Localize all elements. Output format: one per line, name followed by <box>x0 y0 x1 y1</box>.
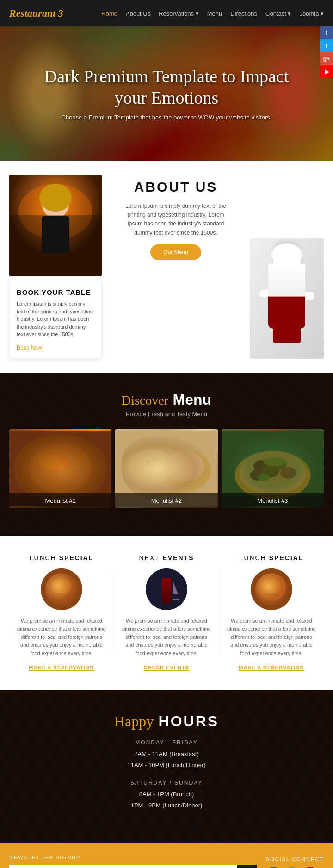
svg-point-26 <box>143 465 146 468</box>
weekday-label: MONDAY - FRIDAY <box>9 739 324 746</box>
menu-item-2[interactable]: Menulist #2 <box>115 429 217 508</box>
menu-title: Menu <box>173 391 211 408</box>
facebook-connect-icon[interactable]: f <box>266 867 281 868</box>
pinterest-connect-icon[interactable]: p <box>303 867 318 868</box>
facebook-sidebar-icon[interactable]: f <box>320 26 333 39</box>
newsletter-right: SOCIAL CONNECT f t p <box>266 856 324 868</box>
about-section: BOOK YOUR TABLE Lorem Ipsum is simply du… <box>0 161 333 373</box>
svg-point-32 <box>261 464 279 477</box>
svg-point-20 <box>124 450 178 495</box>
nav-item-home[interactable]: Home <box>101 9 117 18</box>
svg-point-18 <box>54 458 67 469</box>
svg-rect-4 <box>42 216 69 253</box>
book-table-title: BOOK YOUR TABLE <box>17 288 94 296</box>
about-center-column: ABOUT US Lorem Ipsum is simply dummy tex… <box>111 175 240 359</box>
lunch-icon-svg <box>41 568 82 610</box>
happy-hours-section: Happy HOURS MONDAY - FRIDAY 7AM - 11AM (… <box>0 690 333 843</box>
specials-section: LUNCH SPECIAL We promise an intimate and… <box>0 536 333 690</box>
book-table-card: BOOK YOUR TABLE Lorem Ipsum is simply du… <box>9 281 102 359</box>
menu-section: Discover Menu Provide Fresh and Tasty Me… <box>0 373 333 536</box>
menu-item-3[interactable]: Menulist #3 <box>222 429 324 508</box>
hero-content: Dark Premium Template to Impact your Emo… <box>0 66 333 121</box>
twitter-connect-icon[interactable]: t <box>284 867 299 868</box>
lunch2-icon-svg <box>251 568 292 610</box>
special-2-heading-normal: NEXT <box>139 554 163 562</box>
special-1-heading-normal: LUNCH <box>30 554 59 562</box>
special-2-icon <box>146 568 187 610</box>
svg-point-6 <box>271 243 303 266</box>
happy-hours-content: Happy HOURS MONDAY - FRIDAY 7AM - 11AM (… <box>9 713 324 811</box>
brand-logo[interactable]: Restaurant 3 <box>9 7 63 19</box>
hours-weekend: SATURDAY / SUNDAY 8AM - 1PM (Brunch) 1PM… <box>9 780 324 811</box>
hero-subtitle: Choose a Premium Template that has the p… <box>28 114 305 121</box>
special-2-link[interactable]: CHECK EVENTS <box>144 665 189 671</box>
special-2-heading: NEXT EVENTS <box>121 554 212 562</box>
newsletter-submit-button[interactable]: ✉ <box>237 865 257 868</box>
svg-point-23 <box>164 450 204 481</box>
nav-item-contact[interactable]: Contact ▾ <box>265 9 291 18</box>
menu-header: Discover Menu Provide Fresh and Tasty Me… <box>9 391 324 418</box>
svg-point-15 <box>29 444 92 493</box>
nav-item-joomla[interactable]: Joomla ▾ <box>299 9 324 18</box>
about-right-column <box>250 175 324 359</box>
svg-point-39 <box>51 578 72 594</box>
special-1-link[interactable]: MAKE A RESERVATION <box>29 665 94 671</box>
menu-subtitle: Provide Fresh and Tasty Menu <box>9 411 324 418</box>
svg-rect-7 <box>273 259 301 266</box>
happy-hours-title: Happy HOURS <box>9 713 324 730</box>
svg-point-3 <box>39 184 72 212</box>
nav-item-about[interactable]: About Us <box>126 9 150 18</box>
special-3-link[interactable]: MAKE A RESERVATION <box>239 665 304 671</box>
svg-point-30 <box>253 460 270 472</box>
twitter-sidebar-icon[interactable]: t <box>320 39 333 52</box>
hero-title: Dark Premium Template to Impact your Emo… <box>28 66 305 108</box>
nav-item-menu[interactable]: Menu <box>207 9 222 18</box>
svg-point-25 <box>154 458 157 461</box>
youtube-sidebar-icon[interactable]: ▶ <box>320 65 333 78</box>
weekday-hours-1: 7AM - 11AM (Breakfast) <box>9 749 324 759</box>
social-icons: f t p <box>266 867 324 868</box>
svg-point-14 <box>20 437 100 500</box>
special-3-heading-normal: LUNCH <box>240 554 269 562</box>
special-3-icon <box>251 568 292 610</box>
svg-point-31 <box>272 458 286 469</box>
newsletter-section: NEWSLETTER SIGNUP ✉ SOCIAL CONNECT f t p <box>0 843 333 868</box>
hero-section: Dark Premium Template to Impact your Emo… <box>0 26 333 161</box>
svg-rect-42 <box>164 578 169 601</box>
book-now-link[interactable]: Book Now! <box>17 344 43 351</box>
svg-point-41 <box>146 568 187 610</box>
svg-rect-47 <box>265 593 278 596</box>
weekday-hours-2: 11AM - 10PM (Lunch/Dinner) <box>9 760 324 770</box>
newsletter-left: NEWSLETTER SIGNUP ✉ <box>9 855 257 868</box>
svg-point-21 <box>162 450 211 491</box>
special-col-1: LUNCH SPECIAL We promise an intimate and… <box>9 554 114 672</box>
newsletter-label: NEWSLETTER SIGNUP <box>9 855 257 860</box>
svg-point-45 <box>258 573 285 601</box>
weekend-label: SATURDAY / SUNDAY <box>9 780 324 786</box>
chef-silhouette <box>250 238 324 359</box>
nav-item-directions[interactable]: Directions <box>230 9 257 18</box>
svg-point-16 <box>38 453 61 470</box>
special-3-heading: LUNCH SPECIAL <box>226 554 317 562</box>
nav-item-reservations[interactable]: Reservations ▾ <box>159 9 198 18</box>
menu-item-2-label: Menulist #2 <box>115 493 217 508</box>
menu-item-1[interactable]: Menulist #1 <box>9 429 111 508</box>
newsletter-email-input[interactable] <box>9 865 237 868</box>
svg-point-37 <box>41 568 82 610</box>
happy-main-title: HOURS <box>159 713 219 730</box>
googleplus-sidebar-icon[interactable]: g+ <box>320 52 333 65</box>
svg-point-46 <box>261 578 282 594</box>
svg-point-34 <box>280 467 296 479</box>
menu-items-grid: Menulist #1 Menulist #2 <box>9 429 324 508</box>
about-title: ABOUT US <box>120 179 231 195</box>
menu-item-3-label: Menulist #3 <box>222 493 324 508</box>
svg-point-22 <box>129 448 173 484</box>
woman-silhouette <box>9 175 102 276</box>
svg-rect-10 <box>273 310 301 343</box>
svg-point-36 <box>259 473 269 481</box>
our-menu-button[interactable]: Our Menu <box>150 244 201 260</box>
special-col-2: NEXT EVENTS We promise an intimate and r… <box>114 554 219 672</box>
svg-point-33 <box>250 469 264 480</box>
navigation: Restaurant 3 Home About Us Reservations … <box>0 0 333 26</box>
special-1-heading: LUNCH SPECIAL <box>16 554 107 562</box>
